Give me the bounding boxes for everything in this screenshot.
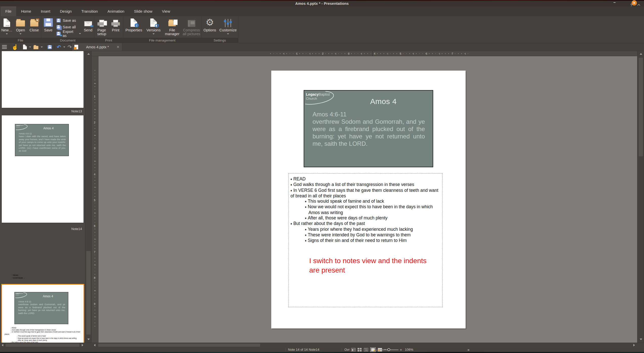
save-as-button[interactable]: Save as bbox=[55, 17, 82, 24]
ribbon-group-label: File management bbox=[123, 38, 201, 43]
scroll-right-icon[interactable] bbox=[80, 343, 85, 347]
ribbon-group-file: New… Open Close File bbox=[0, 16, 41, 43]
close-document-icon bbox=[30, 18, 38, 27]
save-button[interactable]: Save bbox=[41, 16, 55, 38]
outline-view-icon[interactable] bbox=[364, 348, 368, 351]
slide-image-object[interactable]: LegacyBaptist Church Amos 4 Amos 4:6-11 … bbox=[304, 90, 433, 167]
bullet-icon: ♦ bbox=[290, 222, 292, 225]
open-folder-icon[interactable] bbox=[33, 46, 38, 49]
versions-button[interactable]: Versions bbox=[144, 16, 163, 38]
export-as-button[interactable]: Export as bbox=[55, 30, 82, 37]
bullet-icon: ▪ bbox=[17, 337, 17, 339]
scrollbar-thumb[interactable] bbox=[86, 251, 91, 335]
new-button[interactable]: New… bbox=[0, 16, 14, 38]
properties-button[interactable]: Properties bbox=[123, 16, 144, 38]
slide-title: Amos 4 bbox=[28, 295, 68, 298]
save-icon bbox=[44, 18, 53, 27]
page-setup-button[interactable]: Page setup bbox=[94, 16, 109, 38]
main-hscroll-thumb[interactable] bbox=[98, 344, 260, 347]
dropdown-caret-icon[interactable] bbox=[63, 47, 65, 48]
open-button[interactable]: Open bbox=[14, 16, 27, 38]
bullet-icon: ▪ bbox=[17, 335, 17, 337]
menu-view[interactable]: View bbox=[157, 6, 175, 16]
note-line: ♦Now we would not expect this to have be… bbox=[305, 204, 441, 215]
zoom-level[interactable]: 106% bbox=[405, 348, 413, 351]
zoom-out-button[interactable]: – bbox=[375, 347, 377, 352]
hamburger-menu-icon[interactable] bbox=[2, 45, 7, 49]
panel-hscroll-thumb[interactable] bbox=[6, 344, 79, 347]
customize-sliders-icon bbox=[224, 18, 232, 27]
ribbon-group-label: File bbox=[0, 38, 41, 43]
collapse-ribbon-icon[interactable] bbox=[637, 0, 640, 10]
scroll-left-icon[interactable] bbox=[93, 343, 97, 347]
menu-home[interactable]: Home bbox=[16, 6, 36, 16]
notes-placeholder[interactable]: ♦READ♦God walks through a list of their … bbox=[288, 173, 443, 307]
scroll-up-icon[interactable] bbox=[85, 52, 92, 56]
customize-button[interactable]: Customize bbox=[218, 16, 238, 38]
undo-icon[interactable]: ↶ bbox=[57, 45, 61, 49]
panel-scrollbar[interactable] bbox=[85, 51, 92, 343]
menu-slideshow[interactable]: Slide show bbox=[129, 6, 157, 16]
scroll-up-icon[interactable] bbox=[637, 52, 644, 56]
ruler-number: 1 bbox=[94, 95, 95, 98]
slide-position-status: Note 14 of 14 bbox=[288, 348, 308, 351]
menu-transition[interactable]: Transition bbox=[76, 6, 102, 16]
redo-icon[interactable]: ↷ bbox=[68, 45, 72, 49]
notes-annotation-text[interactable]: I switch to notes view and the indents a… bbox=[309, 256, 461, 275]
file-manager-button[interactable]: File manager bbox=[163, 16, 182, 38]
bullet-icon: ♦ bbox=[290, 183, 292, 186]
menu-file[interactable]: File bbox=[1, 6, 16, 16]
titlebar: Amos 4.pptx * - Presentations bbox=[0, 1, 644, 6]
menu-design[interactable]: Design bbox=[55, 6, 77, 16]
scrollbar-thumb[interactable] bbox=[639, 58, 643, 156]
note-line: ♦God walks through a list of their trans… bbox=[290, 182, 441, 188]
minimize-button[interactable]: – bbox=[613, 0, 616, 5]
statusbar-overflow-icon[interactable]: » bbox=[467, 347, 469, 352]
slide-sorter-view-icon[interactable] bbox=[358, 348, 362, 351]
open-folder-icon bbox=[16, 18, 25, 27]
versions-icon bbox=[150, 18, 157, 27]
scroll-left-icon[interactable] bbox=[1, 343, 5, 347]
overwrite-mode-toggle[interactable]: Ovr bbox=[344, 348, 350, 351]
zoom-in-button[interactable]: + bbox=[400, 347, 402, 352]
dropdown-caret-icon[interactable] bbox=[29, 47, 31, 48]
ruler-number: 7 bbox=[94, 251, 95, 254]
scripture-reference: Amos 4:6-11 bbox=[313, 111, 425, 118]
document-tab[interactable]: Amos 4.pptx * ✕ bbox=[72, 43, 122, 51]
print-button[interactable]: Print bbox=[109, 16, 122, 38]
options-button[interactable]: ⚙ Options bbox=[201, 16, 218, 38]
thumbnail-slide-image: LegacyBaptist Church Amos 4 Amos 4:6-11 … bbox=[15, 124, 69, 156]
send-button[interactable]: Send bbox=[82, 16, 94, 38]
bullet-icon: ▪ bbox=[11, 327, 11, 329]
thumbnail-note13[interactable]: LegacyBaptist Church Amos 4 Amos 4:6-11 … bbox=[2, 115, 84, 223]
note-line: ♦Signs of their sin and of their need to… bbox=[305, 238, 441, 243]
bullet-icon: ▪ bbox=[12, 274, 12, 276]
notes-view-icon-active[interactable] bbox=[370, 347, 376, 352]
compress-pictures-icon bbox=[188, 18, 195, 27]
dropdown-caret-icon bbox=[6, 33, 8, 34]
menu-animation[interactable]: Animation bbox=[103, 6, 129, 16]
save-as-icon bbox=[56, 18, 61, 23]
save-icon[interactable] bbox=[48, 45, 52, 49]
dropdown-caret-icon[interactable] bbox=[41, 47, 43, 48]
thumbnail-note12-partial[interactable] bbox=[2, 51, 84, 108]
scroll-down-icon[interactable] bbox=[637, 337, 644, 341]
help-button[interactable]: ? bbox=[630, 0, 632, 10]
vertical-ruler: 123456789 bbox=[92, 56, 98, 343]
menu-insert[interactable]: Insert bbox=[36, 6, 55, 16]
new-document-icon[interactable] bbox=[23, 45, 27, 49]
note-line: ▪God walks through a list of their trans… bbox=[5, 329, 81, 331]
church-logo-text: Church bbox=[306, 97, 317, 100]
bullet-icon: ♦ bbox=[305, 216, 306, 220]
main-vertical-scrollbar[interactable] bbox=[637, 51, 644, 343]
note-line: ▪Now we would not expect this to have be… bbox=[5, 337, 81, 339]
ribbon-group-print: Page setup Print Print bbox=[94, 16, 123, 43]
zoom-slider-thumb[interactable] bbox=[387, 348, 390, 351]
hand-tool-icon[interactable]: ☝ bbox=[12, 45, 18, 50]
scroll-right-icon[interactable] bbox=[632, 343, 636, 347]
tab-close-icon[interactable]: ✕ bbox=[117, 45, 119, 49]
normal-view-icon[interactable] bbox=[351, 348, 356, 351]
scroll-down-icon[interactable] bbox=[85, 337, 92, 341]
close-button[interactable]: ✕ bbox=[632, 0, 637, 6]
close-document-button[interactable]: Close bbox=[27, 16, 41, 38]
